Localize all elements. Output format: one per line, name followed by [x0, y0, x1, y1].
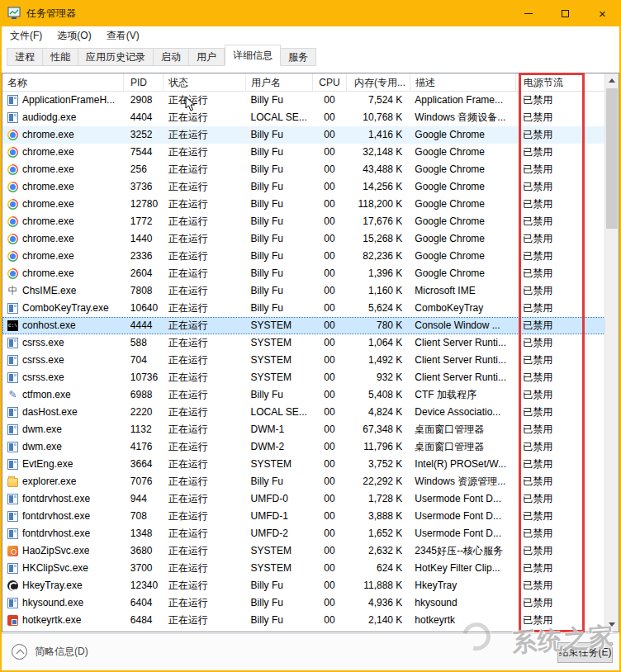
process-name-cell: dwm.exe — [2, 438, 124, 456]
user-cell: Billy Fu — [246, 473, 313, 490]
table-row[interactable]: C:\conhost.exe4444正在运行SYSTEM00780 KConso… — [2, 317, 605, 334]
table-row[interactable]: hkysound.exe6404正在运行Billy Fu004,936 Khky… — [2, 594, 605, 612]
table-row[interactable]: explorer.exe7076正在运行Billy Fu0022,292 KWi… — [2, 473, 605, 490]
table-row[interactable]: chrome.exe12780正在运行Billy Fu00118,200 KGo… — [2, 196, 605, 213]
table-row[interactable]: csrss.exe10736正在运行SYSTEM00932 KClient Se… — [2, 369, 605, 386]
maximize-button[interactable] — [547, 0, 584, 26]
tab-4[interactable]: 用户 — [189, 48, 225, 66]
column-header-name[interactable]: 名称 — [2, 73, 124, 92]
power-cell: 已禁用 — [515, 92, 605, 109]
process-name-cell: fontdrvhost.exe — [2, 525, 124, 542]
table-row[interactable]: HaoZipSvc.exe3680正在运行SYSTEM002,632 K2345… — [2, 542, 605, 560]
cpu-cell: 00 — [312, 560, 346, 577]
cpu-cell: 00 — [312, 265, 346, 282]
tab-0[interactable]: 进程 — [7, 48, 43, 66]
user-cell: LOCAL SE... — [246, 109, 313, 126]
desc-cell: Google Chrome — [410, 230, 515, 248]
table-row[interactable]: chrome.exe2336正在运行Billy Fu0082,236 KGoog… — [2, 248, 605, 265]
process-name-cell: hkysound.exe — [2, 594, 124, 612]
desc-cell: 2345好压--核心服务 — [410, 542, 515, 560]
scroll-down-icon[interactable] — [605, 618, 619, 632]
power-cell: 已禁用 — [515, 317, 605, 334]
status-cell: 正在运行 — [164, 560, 246, 577]
chrome-icon — [7, 234, 18, 244]
table-row[interactable]: EvtEng.exe3664正在运行SYSTEM003,752 KIntel(R… — [2, 456, 605, 473]
mem-cell: 4,824 K — [346, 404, 410, 421]
user-cell: SYSTEM — [246, 542, 313, 560]
column-header-user[interactable]: 用户名 — [246, 73, 313, 92]
cpu-cell: 00 — [312, 612, 346, 629]
scrollbar-thumb[interactable] — [606, 88, 618, 229]
table-row[interactable]: 中ChsIME.exe7808正在运行Billy Fu001,160 KMicr… — [2, 282, 605, 300]
table-row[interactable]: fontdrvhost.exe944正在运行UMFD-0001,728 KUse… — [2, 490, 605, 508]
menu-item-2[interactable]: 查看(V) — [99, 26, 147, 45]
cpu-cell: 00 — [312, 144, 346, 161]
desc-cell: Google Chrome — [410, 178, 515, 196]
hotkey-icon — [7, 615, 18, 626]
tab-3[interactable]: 启动 — [154, 48, 189, 66]
table-row[interactable]: dwm.exe1132正在运行DWM-10067,348 K桌面窗口管理器已禁用 — [2, 421, 605, 438]
table-row[interactable]: ApplicationFrameH...2908正在运行Billy Fu007,… — [2, 92, 605, 109]
table-row[interactable]: HKClipSvc.exe3700正在运行SYSTEM00624 KHotKey… — [2, 560, 605, 577]
table-row[interactable]: chrome.exe2604正在运行Billy Fu001,396 KGoogl… — [2, 265, 605, 282]
table-row[interactable]: chrome.exe3252正在运行Billy Fu001,416 KGoogl… — [2, 126, 605, 144]
process-table: 名称PID状态用户名CPU内存(专用...描述电源节流 ApplicationF… — [2, 73, 619, 632]
table-row[interactable]: ✎ctfmon.exe6988正在运行Billy Fu005,408 KCTF … — [2, 386, 605, 404]
table-row[interactable]: csrss.exe588正在运行SYSTEM001,064 KClient Se… — [2, 334, 605, 352]
status-cell: 正在运行 — [164, 421, 246, 438]
column-header-status[interactable]: 状态 — [164, 73, 246, 92]
table-row[interactable]: fontdrvhost.exe708正在运行UMFD-1003,888 KUse… — [2, 508, 605, 525]
status-cell: 正在运行 — [164, 456, 246, 473]
end-task-button[interactable]: 结束任务(E) — [557, 642, 613, 663]
pid-cell: 7076 — [124, 473, 164, 490]
table-row[interactable]: chrome.exe1772正在运行Billy Fu0017,676 KGoog… — [2, 213, 605, 230]
table-row[interactable]: dasHost.exe2220正在运行LOCAL SE...004,824 KD… — [2, 404, 605, 421]
process-name-cell: csrss.exe — [2, 334, 124, 352]
menu-item-0[interactable]: 文件(F) — [2, 26, 50, 45]
desc-cell: Usermode Font D... — [410, 490, 515, 508]
column-header-pid[interactable]: PID — [124, 73, 164, 92]
power-cell: 已禁用 — [515, 542, 605, 560]
desc-cell: HotKey Filter Clip... — [410, 560, 515, 577]
chrome-icon — [7, 164, 18, 175]
pid-cell: 7544 — [124, 144, 164, 161]
table-row[interactable]: chrome.exe1440正在运行Billy Fu0015,268 KGoog… — [2, 230, 605, 248]
process-name-cell: ApplicationFrameH... — [2, 92, 124, 109]
table-row[interactable]: dwm.exe4176正在运行DWM-20011,796 K桌面窗口管理器已禁用 — [2, 438, 605, 456]
table-row[interactable]: hotkeyrtk.exe6484正在运行Billy Fu002,140 Kho… — [2, 612, 605, 629]
status-cell: 正在运行 — [164, 438, 246, 456]
menu-item-1[interactable]: 选项(O) — [50, 26, 98, 45]
table-row[interactable]: chrome.exe7544正在运行Billy Fu0032,148 KGoog… — [2, 144, 605, 161]
pid-cell: 4444 — [124, 317, 164, 334]
table-row[interactable]: ComboKeyTray.exe10640正在运行Billy Fu005,624… — [2, 300, 605, 317]
tab-6[interactable]: 服务 — [281, 48, 316, 66]
column-header-mem[interactable]: 内存(专用... — [347, 73, 410, 92]
status-cell: 正在运行 — [164, 404, 246, 421]
power-cell: 已禁用 — [515, 265, 605, 282]
table-row[interactable]: fontdrvhost.exe1348正在运行UMFD-2001,652 KUs… — [2, 525, 605, 542]
table-row[interactable]: csrss.exe704正在运行SYSTEM001,492 KClient Se… — [2, 352, 605, 369]
cpu-cell: 00 — [312, 196, 346, 213]
table-row[interactable]: HkeyTray.exe12340正在运行Billy Fu0011,888 KH… — [2, 577, 605, 594]
scroll-up-icon[interactable] — [605, 73, 619, 88]
column-header-cpu[interactable]: CPU — [313, 73, 347, 92]
tab-1[interactable]: 性能 — [43, 48, 78, 66]
status-cell: 正在运行 — [164, 577, 246, 594]
minimize-button[interactable] — [510, 0, 547, 26]
table-row[interactable]: chrome.exe3736正在运行Billy Fu0014,256 KGoog… — [2, 178, 605, 196]
fewer-details-toggle[interactable]: 简略信息(D) — [12, 644, 88, 660]
table-row[interactable]: chrome.exe256正在运行Billy Fu0043,488 KGoogl… — [2, 161, 605, 178]
pid-cell: 1348 — [124, 525, 164, 542]
process-name: dwm.exe — [22, 438, 62, 456]
column-header-desc[interactable]: 描述 — [410, 73, 516, 92]
tab-5[interactable]: 详细信息 — [225, 45, 281, 66]
status-cell: 正在运行 — [164, 386, 246, 404]
tab-2[interactable]: 应用历史记录 — [78, 48, 154, 66]
mem-cell: 43,488 K — [346, 161, 410, 178]
console-icon: C:\ — [7, 320, 18, 331]
close-button[interactable]: × — [584, 0, 621, 26]
process-name: HaoZipSvc.exe — [22, 542, 89, 560]
table-row[interactable]: audiodg.exe4404正在运行LOCAL SE...0010,768 K… — [2, 109, 605, 126]
column-header-power[interactable]: 电源节流 — [516, 73, 606, 92]
vertical-scrollbar[interactable] — [604, 73, 619, 632]
